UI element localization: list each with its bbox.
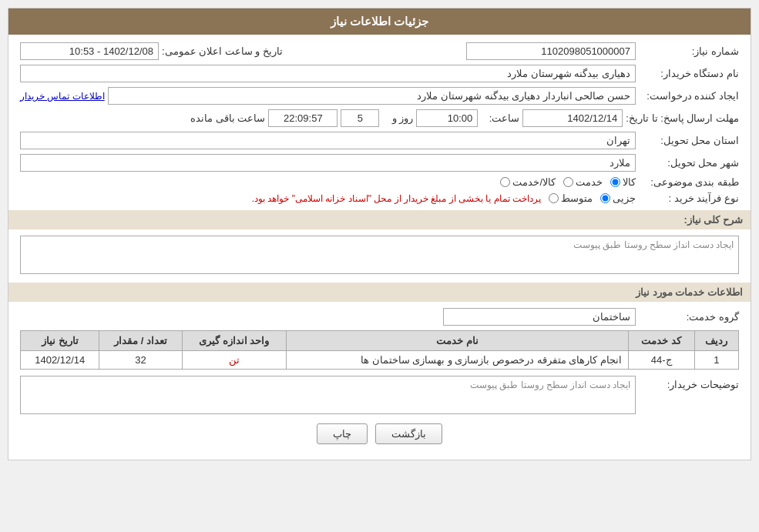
city-value: ملارد [20, 154, 636, 172]
purchase-option-medium[interactable]: متوسط [549, 192, 593, 204]
deadline-time: 10:00 [416, 109, 478, 127]
cell-date: 1402/12/14 [21, 351, 99, 370]
category-kala-khedmat-radio[interactable] [500, 177, 510, 187]
print-button[interactable]: چاپ [317, 423, 368, 444]
action-buttons: بازگشت چاپ [20, 423, 739, 444]
col-header-unit: واحد اندازه گیری [182, 331, 286, 351]
services-section-header: اطلاعات خدمات مورد نیاز [8, 283, 751, 302]
purchase-option-partial[interactable]: جزیی [600, 192, 636, 204]
services-table: ردیف کد خدمت نام خدمت واحد اندازه گیری ت… [20, 330, 739, 370]
cell-name: انجام کارهای متفرقه درخصوص بازسازی و بهس… [286, 351, 628, 370]
page-header: جزئیات اطلاعات نیاز [8, 8, 751, 35]
category-radio-group: کالا/خدمت خدمت کالا [500, 176, 636, 188]
category-option-kala-khedmat[interactable]: کالا/خدمت [500, 176, 556, 188]
col-header-name: نام خدمت [286, 331, 628, 351]
service-group-value: ساختمان [443, 308, 636, 326]
purchase-note: پرداخت تمام یا بخشی از مبلغ خریدار از مح… [252, 193, 541, 204]
category-kala-radio[interactable] [610, 177, 620, 187]
purchase-medium-label: متوسط [561, 192, 593, 204]
deadline-remaining-label: ساعت باقی مانده [173, 112, 265, 124]
contact-link[interactable]: اطلاعات تماس خریدار [20, 91, 105, 102]
category-kala-khedmat-label: کالا/خدمت [512, 176, 556, 188]
category-option-khedmat[interactable]: خدمت [563, 176, 603, 188]
page-title: جزئیات اطلاعات نیاز [331, 15, 428, 28]
col-header-qty: تعداد / مقدار [99, 331, 182, 351]
col-header-code: کد خدمت [628, 331, 694, 351]
col-header-row: ردیف [694, 331, 738, 351]
description-textarea: ایجاد دست انداز سطح روستا طبق پیوست [20, 236, 739, 274]
col-header-date: تاریخ نیاز [21, 331, 99, 351]
announce-label: تاریخ و ساعت اعلان عمومی: [162, 45, 283, 57]
description-section-header: شرح کلی نیاز: [8, 210, 751, 229]
province-value: تهران [20, 132, 636, 149]
department-value: دهیاری بیدگنه شهرستان ملارد [20, 65, 636, 82]
cell-quantity: 32 [99, 351, 182, 370]
table-row: 1 ج-44 انجام کارهای متفرقه درخصوص بازساز… [21, 351, 739, 370]
province-label: استان محل تحویل: [639, 135, 739, 146]
services-table-container: ردیف کد خدمت نام خدمت واحد اندازه گیری ت… [20, 330, 739, 370]
deadline-date: 1402/12/14 [522, 109, 623, 127]
category-khedmat-radio[interactable] [563, 177, 573, 187]
purchase-type-radio-group: پرداخت تمام یا بخشی از مبلغ خریدار از مح… [252, 192, 636, 204]
requester-value: حسن صالحی انباردار دهیاری بیدگنه شهرستان… [108, 87, 636, 105]
deadline-days: 5 [341, 109, 379, 127]
buyer-desc-label: توضیحات خریدار: [639, 376, 739, 390]
purchase-type-label: نوع فرآیند خرید : [639, 192, 739, 204]
purchase-medium-radio[interactable] [549, 193, 559, 203]
cell-unit: تن [182, 351, 286, 370]
category-option-kala[interactable]: کالا [610, 176, 636, 188]
purchase-partial-label: جزیی [613, 192, 636, 204]
department-label: نام دستگاه خریدار: [639, 68, 739, 79]
cell-row: 1 [694, 351, 738, 370]
service-group-label: گروه خدمت: [639, 311, 739, 323]
purchase-partial-radio[interactable] [600, 193, 610, 203]
deadline-time-label: ساعت: [481, 112, 519, 124]
city-label: شهر محل تحویل: [639, 157, 739, 169]
need-number-value: 1102098051000007 [466, 42, 636, 60]
buyer-desc-textarea: ایجاد دست انداز سطح روستا طبق پیوست [20, 376, 636, 414]
cell-code: ج-44 [628, 351, 694, 370]
announce-value: 1402/12/08 - 10:53 [20, 42, 159, 60]
deadline-label: مهلت ارسال پاسخ: تا تاریخ: [626, 112, 739, 124]
deadline-days-label: روز و [382, 112, 413, 124]
requester-label: ایجاد کننده درخواست: [639, 90, 739, 102]
deadline-remaining: 22:09:57 [268, 109, 338, 127]
category-khedmat-label: خدمت [576, 176, 603, 188]
back-button[interactable]: بازگشت [375, 423, 442, 444]
category-label: طبقه بندی موضوعی: [639, 176, 739, 188]
need-number-label: شماره نیاز: [639, 45, 739, 57]
category-kala-label: کالا [623, 176, 636, 188]
